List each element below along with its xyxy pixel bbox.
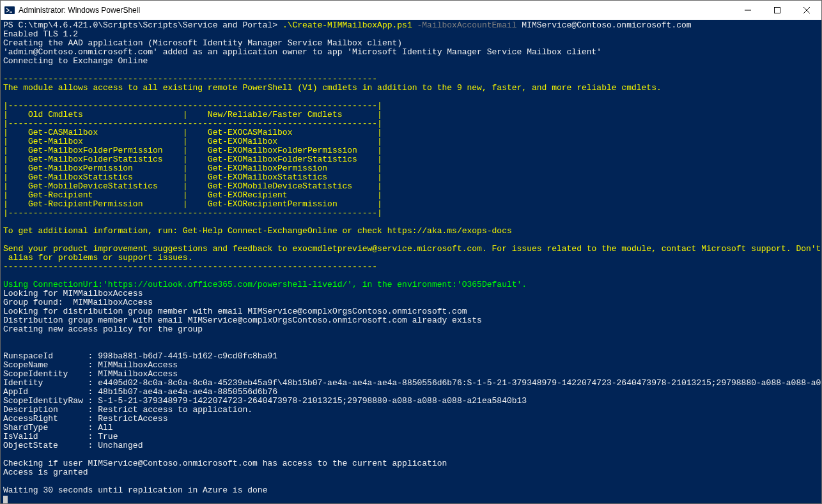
prompt-param-value: MIMService@Contoso.onmicrosoft.com (522, 20, 691, 30)
output-line: 'admin@Contoso.onmicrosoft.com' added as… (3, 47, 601, 57)
output-line: Creating new access policy for the group (3, 325, 203, 334)
banner-info: alias for problems or support issues. (3, 253, 192, 263)
maximize-button[interactable] (763, 1, 792, 20)
output-line: Distribution group member with email MIM… (3, 316, 482, 325)
banner-table-row: | Get-CASMailbox | Get-EXOCASMailbox | (3, 128, 382, 137)
banner-table-header: | Old Cmdlets | New/Reliable/Faster Cmdl… (3, 110, 382, 119)
prompt-param-name: -MailboxAccountEmail (417, 20, 522, 30)
banner-table-border: |---------------------------------------… (3, 208, 382, 218)
titlebar[interactable]: Administrator: Windows PowerShell (1, 1, 821, 20)
output-line: Creating the AAD application (Microsoft … (3, 38, 402, 48)
output-line: Enabled TLS 1.2 (3, 29, 78, 39)
policy-field: IsValid : True (3, 432, 118, 441)
powershell-icon (4, 5, 15, 15)
banner-info: To get additional information, run: Get-… (3, 226, 512, 236)
window-controls (733, 1, 821, 20)
terminal-output[interactable]: PS C:\tmp\4.6.421.0\Scripts\Scripts\Serv… (1, 20, 821, 503)
window-title: Administrator: Windows PowerShell (19, 6, 140, 15)
policy-field: AccessRight : RestrictAccess (3, 414, 167, 424)
output-line: Checking if user MIMService@Contoso.onmi… (3, 459, 447, 468)
banner-table-row: | Get-MobileDeviceStatistics | Get-EXOMo… (3, 181, 382, 191)
banner-table-row: | Get-RecipientPermission | Get-EXORecip… (3, 199, 382, 209)
output-line: Looking for distribution group member wi… (3, 307, 467, 316)
policy-field: Identity : e4405d02-8c0a-8c0a-8c0a-45239… (3, 378, 821, 388)
banner-table-row: | Get-MailboxFolderPermission | Get-EXOM… (3, 146, 382, 155)
cursor (3, 496, 8, 503)
policy-field: RunspaceId : 998ba881-b6d7-4415-b162-c9c… (3, 351, 277, 361)
banner-table-row: | Get-MailboxPermission | Get-EXOMailbox… (3, 164, 382, 173)
prompt-command: .\Create-MIMMailboxApp.ps1 (283, 20, 417, 30)
svg-rect-1 (775, 7, 780, 13)
policy-field: ShardType : All (3, 423, 113, 432)
banner-table-row: | Get-Recipient | Get-EXORecipient | (3, 190, 382, 200)
banner-table-border: |---------------------------------------… (3, 119, 382, 128)
banner-info: Send your product improvement suggestion… (3, 244, 821, 254)
banner-table-row: | Get-MailboxFolderStatistics | Get-EXOM… (3, 155, 382, 164)
policy-field: AppId : 48b15b07-ae4a-ae4a-ae4a-8850556d… (3, 387, 277, 397)
prompt-prefix: PS C:\tmp\4.6.421.0\Scripts\Scripts\Serv… (3, 20, 283, 30)
banner-table-border: |---------------------------------------… (3, 101, 382, 111)
output-line: Looking for MIMMailboxAccess (3, 289, 143, 298)
connection-uri: Using ConnectionUri:'https://outlook.off… (3, 280, 527, 289)
output-line: Access is granted (3, 468, 88, 477)
policy-field: ScopeName : MIMMailboxAccess (3, 360, 178, 370)
close-button[interactable] (792, 1, 821, 20)
powershell-window: Administrator: Windows PowerShell PS C:\… (0, 0, 822, 504)
output-line: Connecting to Exchange Online (3, 56, 148, 66)
banner-separator: ----------------------------------------… (3, 262, 377, 271)
banner-table-row: | Get-Mailbox | Get-EXOMailbox | (3, 137, 382, 146)
minimize-button[interactable] (733, 1, 763, 20)
policy-field: ScopeIdentityRaw : S-1-5-21-379348979-14… (3, 396, 527, 406)
policy-field: ObjectState : Unchanged (3, 441, 143, 450)
banner-intro: The module allows access to all existing… (3, 83, 662, 93)
banner-separator: ----------------------------------------… (3, 74, 377, 84)
policy-field: Description : Restrict access to applica… (3, 405, 252, 415)
output-line: Waiting 30 seconds until replication in … (3, 485, 267, 495)
banner-table-row: | Get-MailboxStatistics | Get-EXOMailbox… (3, 172, 382, 182)
output-line: Group found: MIMMailboxAccess (3, 298, 153, 307)
policy-field: ScopeIdentity : MIMMailboxAccess (3, 369, 178, 379)
